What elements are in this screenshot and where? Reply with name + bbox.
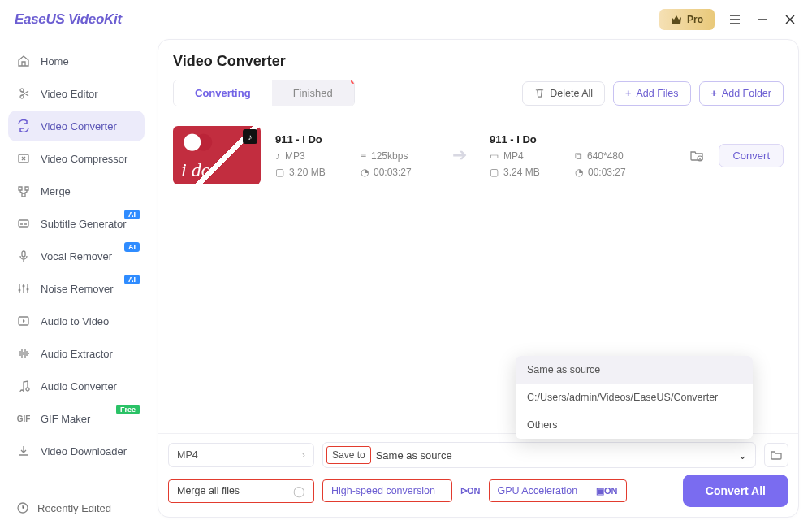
- sidebar-item-label: Audio to Video: [41, 315, 109, 327]
- bottom-bar: MP4 › Save to Same as source ⌄ Merge all…: [158, 433, 798, 517]
- conversion-item: ♪ i do 911 - I Do ♪MP3 ≡125kbps ▢3.20 MB…: [173, 118, 784, 193]
- sidebar-item-gif-maker[interactable]: GIF GIF Maker Free: [8, 403, 145, 434]
- high-speed-toggle[interactable]: High-speed conversion: [322, 479, 452, 502]
- crown-icon: [671, 15, 682, 24]
- sidebar-item-video-converter[interactable]: Video Converter: [8, 111, 145, 141]
- page-title: Video Converter: [173, 53, 784, 70]
- source-duration: 00:03:27: [374, 167, 412, 178]
- svg-rect-2: [22, 251, 25, 257]
- titlebar: EaseUS VideoKit Pro: [0, 0, 812, 39]
- notification-dot-icon: [351, 80, 355, 84]
- circle-icon: ◯: [293, 485, 305, 497]
- merge-icon: [16, 184, 31, 198]
- sidebar-item-label: Audio Converter: [41, 380, 117, 392]
- disk-icon: ▢: [490, 167, 499, 178]
- clock-icon: ◔: [575, 167, 583, 178]
- chip-on-icon: ▣ON: [596, 486, 618, 496]
- ai-badge: AI: [124, 210, 140, 219]
- gif-icon: GIF: [16, 411, 31, 426]
- sidebar-item-label: GIF Maker: [41, 413, 90, 425]
- delete-all-button[interactable]: Delete All: [522, 81, 605, 106]
- chevron-right-icon: ›: [302, 449, 305, 461]
- output-format-value: MP4: [177, 449, 198, 461]
- trash-icon: [534, 88, 545, 98]
- tab-finished[interactable]: Finished: [272, 80, 354, 106]
- save-to-value: Same as source: [376, 449, 452, 462]
- dropdown-option-path[interactable]: C:/Users/admin/Videos/EaseUS/Converter: [516, 384, 753, 411]
- convert-all-button[interactable]: Convert All: [683, 475, 788, 507]
- sidebar-item-vocal-remover[interactable]: Vocal Remover AI: [8, 241, 145, 271]
- subtitle-icon: [16, 216, 31, 231]
- item-thumbnail[interactable]: ♪ i do: [173, 126, 261, 184]
- music-badge-icon: ♪: [243, 129, 257, 144]
- plus-icon: +: [625, 88, 631, 99]
- svg-rect-1: [19, 220, 28, 227]
- recently-edited-button[interactable]: Recently Edited: [8, 493, 145, 522]
- dropdown-option-same-as-source[interactable]: Same as source: [516, 356, 753, 384]
- brand-logo: EaseUS VideoKit: [15, 11, 122, 28]
- on-indicator-icon: ᐅON: [460, 486, 481, 496]
- recently-edited-label: Recently Edited: [37, 502, 111, 514]
- menu-icon[interactable]: [728, 12, 742, 27]
- svg-point-5: [27, 288, 29, 291]
- main-card: Video Converter Converting Finished Dele…: [158, 39, 799, 518]
- pro-badge[interactable]: Pro: [659, 9, 715, 30]
- sidebar: Home Video Editor Video Converter Video …: [0, 39, 153, 529]
- sidebar-item-video-compressor[interactable]: Video Compressor: [8, 143, 145, 174]
- sidebar-item-home[interactable]: Home: [8, 46, 145, 76]
- ai-badge: AI: [124, 242, 140, 252]
- sidebar-item-subtitle-generator[interactable]: Subtitle Generator AI: [8, 208, 145, 239]
- play-box-icon: [16, 314, 31, 328]
- add-folder-button[interactable]: + Add Folder: [699, 81, 784, 106]
- dropdown-option-others[interactable]: Others: [516, 411, 753, 439]
- mic-icon: [16, 249, 31, 263]
- source-format: MP3: [285, 150, 305, 162]
- convert-button[interactable]: Convert: [719, 144, 784, 167]
- save-to-field[interactable]: Save to Same as source ⌄: [322, 442, 756, 468]
- sidebar-item-audio-extractor[interactable]: Audio Extractor: [8, 338, 145, 369]
- add-files-button[interactable]: + Add Files: [613, 81, 690, 106]
- sidebar-item-label: Subtitle Generator: [41, 218, 127, 230]
- svg-point-4: [23, 285, 25, 288]
- sidebar-item-merge[interactable]: Merge: [8, 176, 145, 206]
- save-to-dropdown[interactable]: Same as source C:/Users/admin/Videos/Eas…: [516, 356, 753, 439]
- sidebar-item-video-editor[interactable]: Video Editor: [8, 78, 145, 109]
- scissors-icon: [16, 86, 31, 101]
- sidebar-item-noise-remover[interactable]: Noise Remover AI: [8, 273, 145, 304]
- source-size: 3.20 MB: [289, 167, 326, 178]
- bitrate-icon: ≡: [361, 150, 366, 162]
- music-icon: ♪: [275, 150, 280, 162]
- save-to-label: Save to: [326, 446, 371, 464]
- sidebar-item-audio-converter[interactable]: Audio Converter: [8, 371, 145, 401]
- resolution-icon: ⧉: [575, 150, 582, 162]
- sidebar-item-label: Video Downloader: [41, 445, 127, 457]
- tab-converting[interactable]: Converting: [174, 80, 272, 106]
- free-badge: Free: [116, 405, 140, 414]
- sidebar-item-label: Video Editor: [41, 88, 98, 100]
- clock-icon: ◔: [361, 167, 369, 178]
- sidebar-item-video-downloader[interactable]: Video Downloader: [8, 436, 145, 466]
- clock-icon: [16, 501, 29, 514]
- waveform-icon: [16, 346, 31, 361]
- gpu-acceleration-toggle[interactable]: GPU Acceleration ▣ON: [489, 479, 627, 502]
- merge-all-files-toggle[interactable]: Merge all files ◯: [168, 479, 314, 503]
- sidebar-item-label: Audio Extractor: [41, 348, 113, 360]
- sidebar-item-label: Video Compressor: [41, 153, 127, 165]
- ai-badge: AI: [124, 275, 140, 284]
- sidebar-item-audio-to-video[interactable]: Audio to Video: [8, 306, 145, 336]
- output-format-select[interactable]: MP4 ›: [168, 443, 314, 467]
- tabs: Converting Finished: [173, 80, 355, 106]
- open-folder-icon[interactable]: [689, 148, 704, 163]
- minimize-icon[interactable]: [755, 12, 770, 27]
- target-format: MP4: [503, 150, 524, 162]
- close-icon[interactable]: [783, 12, 797, 27]
- disk-icon: ▢: [275, 167, 284, 178]
- target-duration: 00:03:27: [588, 167, 626, 178]
- download-icon: [16, 444, 31, 458]
- browse-folder-button[interactable]: [764, 443, 788, 467]
- sidebar-item-label: Merge: [41, 185, 71, 197]
- video-icon: ▭: [490, 150, 499, 162]
- compress-icon: [16, 151, 31, 166]
- svg-point-3: [19, 289, 21, 292]
- sidebar-item-label: Video Converter: [41, 120, 117, 132]
